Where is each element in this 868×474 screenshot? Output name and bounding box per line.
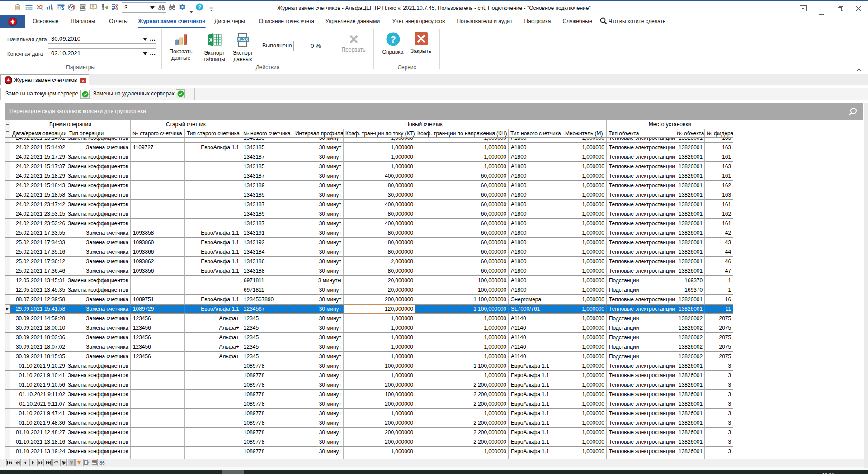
svg-text:X: X [208,37,212,43]
svg-text:?: ? [390,34,396,44]
svg-text:XLSX: XLSX [237,37,248,42]
